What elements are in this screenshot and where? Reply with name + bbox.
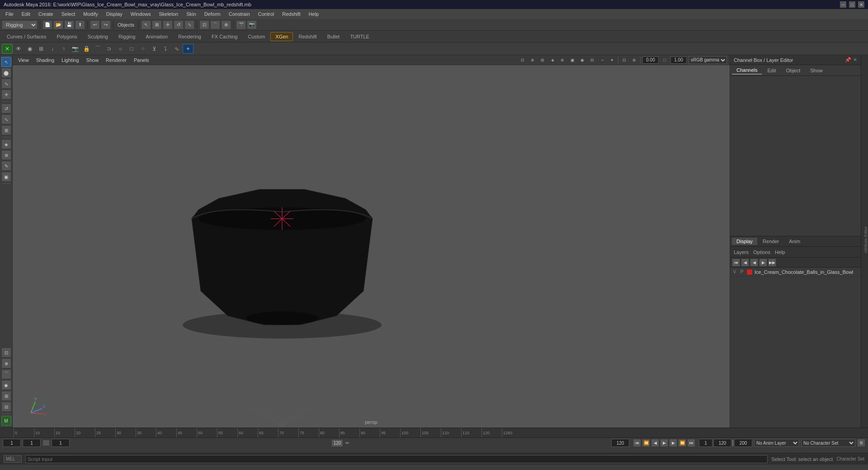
- universal-manip-button[interactable]: ◈: [1, 139, 11, 149]
- menu-select[interactable]: Select: [58, 10, 79, 18]
- soft-mod-button[interactable]: ⊛: [1, 150, 11, 160]
- tab-sculpting[interactable]: Sculpting: [83, 32, 113, 41]
- go-start-button[interactable]: ⏮: [633, 439, 641, 447]
- vp-icon10[interactable]: ✦: [608, 56, 616, 64]
- menu-control[interactable]: Control: [255, 10, 278, 18]
- tab-redshift[interactable]: Redshift: [293, 32, 321, 41]
- play-button[interactable]: ▶: [660, 439, 668, 447]
- undo-button[interactable]: ↩: [90, 20, 100, 29]
- panel-close-button[interactable]: ✕: [853, 57, 857, 63]
- view-menu[interactable]: View: [15, 57, 32, 63]
- tab-bullet[interactable]: Bullet: [322, 32, 345, 41]
- snap-grid-button[interactable]: ⊡: [199, 20, 209, 29]
- circle-icon-btn[interactable]: ◉: [24, 44, 35, 54]
- current-frame-input[interactable]: [3, 439, 21, 447]
- lighting-menu[interactable]: Lighting: [59, 57, 82, 63]
- sculpt-button[interactable]: ✎: [1, 161, 11, 171]
- tab-rigging[interactable]: Rigging: [113, 32, 140, 41]
- time-ruler[interactable]: 5 10 15 20 25 30 35 40 45 50 55 60 65 70…: [0, 428, 868, 438]
- channels-tab[interactable]: Channels: [732, 66, 762, 75]
- move-button[interactable]: ✛: [163, 20, 173, 29]
- arrow-icon-btn[interactable]: ↓: [47, 44, 58, 54]
- vp-icon8[interactable]: ⊟: [588, 56, 596, 64]
- maximize-button[interactable]: □: [849, 1, 855, 8]
- anim-layer-dropdown[interactable]: No Anim Layer: [754, 439, 799, 447]
- value2-input[interactable]: [670, 56, 687, 64]
- vp-icon7[interactable]: ◉: [578, 56, 586, 64]
- go-end-button[interactable]: ⏭: [687, 439, 695, 447]
- vp-icon11[interactable]: ⊡: [620, 56, 628, 64]
- menu-display[interactable]: Display: [103, 10, 126, 18]
- new-scene-button[interactable]: 📄: [42, 20, 52, 29]
- vp-icon9[interactable]: ⌁: [598, 56, 606, 64]
- scale-tool-button[interactable]: ⤡: [1, 114, 11, 124]
- layer-nav-last[interactable]: ▶▶: [768, 258, 776, 267]
- menu-skin[interactable]: Skin: [183, 10, 199, 18]
- curve2-icon-btn[interactable]: ⌒: [92, 44, 103, 54]
- menu-edit[interactable]: Edit: [18, 10, 34, 18]
- snap-curve-left-button[interactable]: ⌒: [1, 369, 11, 379]
- next-frame-button[interactable]: ▶: [669, 439, 677, 447]
- select-tool-button[interactable]: ↖: [141, 20, 151, 29]
- layers-opt[interactable]: Layers: [734, 249, 749, 255]
- sphere-icon-btn[interactable]: ○: [115, 44, 126, 54]
- script-input[interactable]: [25, 455, 768, 463]
- viewport-scene[interactable]: persp Z Y X: [13, 65, 730, 428]
- wave-icon-btn[interactable]: ∿: [171, 44, 182, 54]
- layer-nav-next[interactable]: ▶: [759, 258, 767, 267]
- vp-icon4[interactable]: ◈: [548, 56, 557, 64]
- range-end-input[interactable]: [611, 439, 629, 447]
- vp-icon2[interactable]: ⊕: [528, 56, 537, 64]
- arrow2-icon-btn[interactable]: ⤵: [160, 44, 171, 54]
- vp-icon6[interactable]: ▣: [568, 56, 576, 64]
- help-opt[interactable]: Help: [775, 249, 785, 255]
- menu-windows[interactable]: Windows: [127, 10, 155, 18]
- anim-tab[interactable]: Anim: [784, 238, 805, 245]
- nurbs-icon-btn[interactable]: ⊃: [104, 44, 114, 54]
- guide-icon-btn[interactable]: ⊻: [149, 44, 160, 54]
- preferences-button[interactable]: ⚙: [857, 439, 865, 447]
- cube-icon-btn[interactable]: □: [126, 44, 137, 54]
- arrow-select-button[interactable]: ↖: [1, 57, 11, 67]
- tab-animation[interactable]: Animation: [141, 32, 173, 41]
- panel-pin-button[interactable]: 📌: [845, 57, 851, 63]
- layer-nav-prev2[interactable]: ◀: [750, 258, 758, 267]
- menu-deform[interactable]: Deform: [201, 10, 224, 18]
- char-set-dropdown[interactable]: No Character Set: [801, 439, 855, 447]
- rotate-tool-button[interactable]: ↺: [1, 103, 11, 113]
- tab-custom[interactable]: Custom: [243, 32, 270, 41]
- layer-playback[interactable]: P: [739, 269, 745, 274]
- range-end-input2[interactable]: [734, 439, 752, 447]
- display-tab[interactable]: Display: [732, 238, 757, 245]
- lasso-select-button[interactable]: ⊞: [152, 20, 162, 29]
- step-back-button[interactable]: ⏪: [642, 439, 650, 447]
- snap-view-left-button[interactable]: ⊞: [1, 391, 11, 401]
- tab-fx-caching[interactable]: FX Caching: [207, 32, 242, 41]
- scatter-icon-btn[interactable]: ⁘: [137, 44, 148, 54]
- menu-help[interactable]: Help: [305, 10, 323, 18]
- snap-point-button[interactable]: ⊕: [221, 20, 231, 29]
- gamma-dropdown[interactable]: sRGB gamma: [689, 56, 727, 64]
- object-tab[interactable]: Object: [781, 67, 805, 74]
- snap-curve-button[interactable]: ⌒: [210, 20, 220, 29]
- range-start-input[interactable]: [23, 439, 41, 447]
- range-in-input[interactable]: [699, 439, 712, 447]
- show-menu[interactable]: Show: [84, 57, 102, 63]
- grid-icon-btn[interactable]: ⊞: [36, 44, 47, 54]
- vp-icon3[interactable]: ⊞: [538, 56, 547, 64]
- menu-constrain[interactable]: Constrain: [225, 10, 254, 18]
- step-forward-button[interactable]: ⏩: [678, 439, 686, 447]
- tab-rendering[interactable]: Rendering: [173, 32, 206, 41]
- up-icon-btn[interactable]: ↑: [58, 44, 69, 54]
- vp-icon1[interactable]: ⊡: [519, 56, 527, 64]
- layer-nav-prev[interactable]: ◀: [741, 258, 749, 267]
- renderer-menu[interactable]: Renderer: [103, 57, 129, 63]
- shading-menu[interactable]: Shading: [33, 57, 57, 63]
- maya-logo-button[interactable]: M: [1, 416, 11, 426]
- lock-icon-btn[interactable]: 🔒: [81, 44, 92, 54]
- menu-redshift[interactable]: Redshift: [278, 10, 304, 18]
- transform-button[interactable]: ⊞: [1, 125, 11, 135]
- layer-nav-first[interactable]: ⏮: [732, 258, 740, 267]
- menu-skeleton[interactable]: Skeleton: [155, 10, 182, 18]
- value-icon[interactable]: □: [660, 56, 669, 64]
